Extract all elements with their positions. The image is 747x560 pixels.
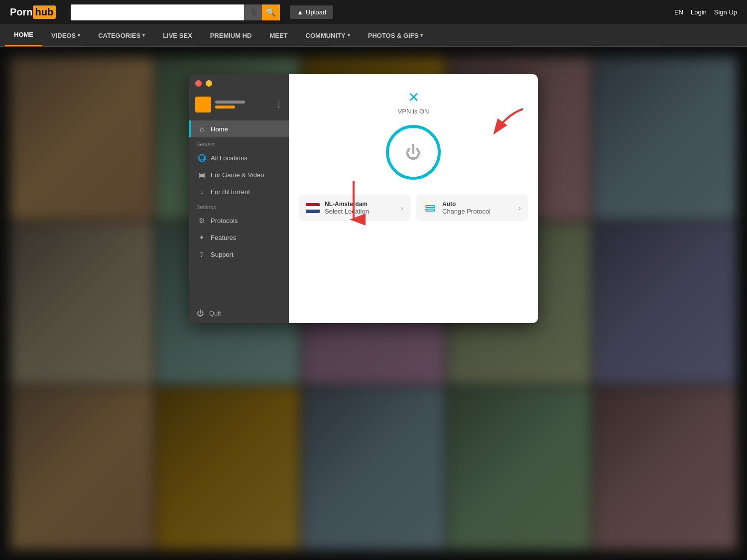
chevron-right-icon: › [401,204,403,212]
window-minimize-button[interactable] [206,80,212,87]
nav-community[interactable]: COMMUNITY ▾ [297,24,359,46]
header: Pornhub 🎥 🔍 ▲ Upload EN Login Sign Up [0,0,747,25]
logo-hub: hub [33,5,56,19]
arrow-to-power [468,104,528,144]
arrow-to-location [334,179,374,228]
chevron-down-icon: ▾ [348,33,350,38]
login-link[interactable]: Login [691,8,707,16]
username-bar [215,101,245,104]
sidebar-item-game-video[interactable]: ▣ For Game & Video [189,166,289,183]
sidebar-item-support[interactable]: ? Support [189,246,289,263]
upload-icon: ▲ [297,8,303,16]
power-symbol-icon: ⏻ [405,143,421,162]
upload-button[interactable]: ▲ Upload [290,5,333,19]
vpn-status: VPN is ON [398,108,429,115]
nav-live-sex[interactable]: LIVE SEX [154,24,201,46]
username-bar-2 [215,106,235,109]
chevron-down-icon: ▾ [420,33,423,38]
search-input[interactable] [71,4,244,20]
vpn-close-icon[interactable]: ✕ [408,89,419,106]
chevron-right-icon: › [518,204,521,212]
features-icon: ✦ [198,233,206,241]
chevron-down-icon: ▾ [78,33,80,38]
nav-videos[interactable]: VIDEOS ▾ [42,24,89,46]
chevron-down-icon: ▾ [142,33,145,38]
netherlands-flag [306,203,320,213]
svg-rect-0 [426,206,435,208]
sidebar-item-home[interactable]: ⌂ Home [189,120,289,137]
window-close-button[interactable] [195,80,202,87]
nav-meet[interactable]: MEET [260,24,296,46]
navigation: HOME VIDEOS ▾ CATEGORIES ▾ LIVE SEX PREM… [0,25,747,47]
power-icon: ⏻ [196,309,204,317]
sidebar-item-protocols[interactable]: ⚙ Protocols [189,212,289,229]
content-area: ⋮ ⌂ Home Servers 🌐 All Locations ▣ For G… [0,47,747,560]
sidebar-item-bittorrent[interactable]: ↓ For BitTorrent [189,183,289,200]
vpn-profile: ⋮ [189,93,289,120]
nav-premium-hd[interactable]: PREMIUM HD [201,24,261,46]
vpn-title-bar [189,74,289,93]
globe-icon: 🌐 [198,154,206,162]
vpn-main-panel: ✕ VPN is ON ⏻ NL-Amsterdam Select Locati… [289,74,538,323]
sidebar-item-features[interactable]: ✦ Features [189,229,289,246]
vpn-app-window: ⋮ ⌂ Home Servers 🌐 All Locations ▣ For G… [189,74,538,323]
svg-rect-1 [426,209,435,211]
sidebar-quit-button[interactable]: ⏻ Quit [189,303,289,323]
settings-section-label: Settings [189,200,289,212]
logo-porn: Porn [10,6,33,18]
servers-section-label: Servers [189,137,289,149]
logo[interactable]: Pornhub [10,5,56,19]
vpn-avatar [195,97,211,112]
more-options-icon[interactable]: ⋮ [275,100,283,110]
download-icon: ↓ [198,188,206,196]
search-button[interactable]: 🔍 [262,4,280,20]
vpn-sidebar: ⋮ ⌂ Home Servers 🌐 All Locations ▣ For G… [189,74,289,323]
header-right: EN Login Sign Up [674,8,737,16]
sidebar-item-all-locations[interactable]: 🌐 All Locations [189,149,289,166]
nav-home[interactable]: HOME [5,24,42,46]
vpn-bottom-controls: NL-Amsterdam Select Location › Auto [299,195,528,221]
nav-categories[interactable]: CATEGORIES ▾ [89,24,154,46]
home-icon: ⌂ [198,125,206,133]
search-bar: 🎥 🔍 [71,4,280,20]
vpn-power-button[interactable]: ⏻ [386,125,441,180]
language-selector[interactable]: EN [674,8,683,16]
protocol-action: Change Protocol [442,208,491,215]
protocol-mode: Auto [442,201,456,208]
game-icon: ▣ [198,171,206,179]
nav-photos-gifs[interactable]: PHOTOS & GIFS ▾ [359,24,432,46]
protocol-text: Auto Change Protocol [442,201,491,215]
support-icon: ? [198,250,206,258]
signup-link[interactable]: Sign Up [714,8,737,16]
camera-search-button[interactable]: 🎥 [244,4,262,20]
protocol-change-button[interactable]: Auto Change Protocol › [416,195,528,221]
protocols-icon: ⚙ [198,217,206,224]
protocol-icon [423,203,437,213]
vpn-username [215,101,245,109]
